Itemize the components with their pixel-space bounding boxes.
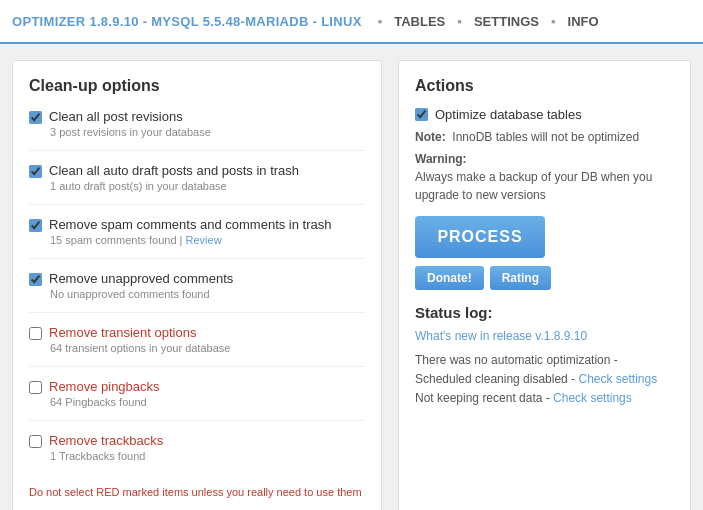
option-item-3: Remove spam comments and comments in tra…	[29, 217, 365, 259]
whats-new-link[interactable]: What's new in release v.1.8.9.10	[415, 329, 674, 343]
actions-title: Actions	[415, 77, 674, 95]
app-title: OPTIMIZER 1.8.9.10 - MYSQL 5.5.48-MARIAD…	[12, 14, 372, 29]
option-label-2[interactable]: Clean all auto draft posts and posts in …	[49, 163, 299, 178]
process-button[interactable]: PROCESS	[415, 216, 545, 258]
option-desc-4: No unapproved comments found	[50, 288, 365, 300]
option-checkbox-1[interactable]	[29, 111, 42, 124]
warning-block: Warning: Always make a backup of your DB…	[415, 150, 674, 204]
option-desc-3: 15 spam comments found | Review	[50, 234, 365, 246]
cleanup-title: Clean-up options	[29, 77, 365, 95]
nav-item-settings[interactable]: SETTINGS	[468, 14, 545, 29]
options-container: Clean all post revisions3 post revisions…	[29, 109, 365, 474]
nav-item-tables[interactable]: TABLES	[388, 14, 451, 29]
note-text: Note: InnoDB tables will not be optimize…	[415, 130, 674, 144]
option-checkbox-5[interactable]	[29, 327, 42, 340]
nav-sep-1: ▪	[372, 14, 389, 29]
option-label-6[interactable]: Remove pingbacks	[49, 379, 160, 394]
option-checkbox-7[interactable]	[29, 435, 42, 448]
option-row-2: Clean all auto draft posts and posts in …	[29, 163, 365, 178]
check-settings-link-1[interactable]: Check settings	[578, 372, 657, 386]
option-item-1: Clean all post revisions3 post revisions…	[29, 109, 365, 151]
option-checkbox-4[interactable]	[29, 273, 42, 286]
nav-sep-2: ▪	[451, 14, 468, 29]
option-label-3[interactable]: Remove spam comments and comments in tra…	[49, 217, 332, 232]
nav-sep-3: ▪	[545, 14, 562, 29]
main-content: Clean-up options Clean all post revision…	[0, 44, 703, 510]
option-desc-6: 64 Pingbacks found	[50, 396, 365, 408]
option-row-6: Remove pingbacks	[29, 379, 365, 394]
option-row-3: Remove spam comments and comments in tra…	[29, 217, 365, 232]
option-checkbox-6[interactable]	[29, 381, 42, 394]
warning-label: Warning:	[415, 152, 467, 166]
option-desc-1: 3 post revisions in your database	[50, 126, 365, 138]
option-item-6: Remove pingbacks64 Pingbacks found	[29, 379, 365, 421]
nav-item-info[interactable]: INFO	[562, 14, 605, 29]
right-panel: Actions Optimize database tables Note: I…	[398, 60, 691, 510]
option-item-5: Remove transient options64 transient opt…	[29, 325, 365, 367]
option-desc-7: 1 Trackbacks found	[50, 450, 365, 462]
option-label-7[interactable]: Remove trackbacks	[49, 433, 163, 448]
donate-button[interactable]: Donate!	[415, 266, 484, 290]
option-checkbox-3[interactable]	[29, 219, 42, 232]
option-row-7: Remove trackbacks	[29, 433, 365, 448]
left-panel: Clean-up options Clean all post revision…	[12, 60, 382, 510]
status-line3: Not keeping recent data -	[415, 391, 550, 405]
option-desc-2: 1 auto draft post(s) in your database	[50, 180, 365, 192]
red-warning-text: Do not select RED marked items unless yo…	[29, 486, 365, 498]
option-item-2: Clean all auto draft posts and posts in …	[29, 163, 365, 205]
option-checkbox-2[interactable]	[29, 165, 42, 178]
option-row-5: Remove transient options	[29, 325, 365, 340]
optimize-checkbox[interactable]	[415, 108, 428, 121]
warning-value: Always make a backup of your DB when you…	[415, 170, 652, 202]
optimize-row: Optimize database tables	[415, 107, 674, 122]
rating-button[interactable]: Rating	[490, 266, 551, 290]
option-label-4[interactable]: Remove unapproved comments	[49, 271, 233, 286]
option-row-4: Remove unapproved comments	[29, 271, 365, 286]
optimize-label[interactable]: Optimize database tables	[435, 107, 582, 122]
status-line1: There was no automatic optimization -	[415, 353, 618, 367]
option-item-4: Remove unapproved commentsNo unapproved …	[29, 271, 365, 313]
status-line2: Scheduled cleaning disabled -	[415, 372, 575, 386]
check-settings-link-2[interactable]: Check settings	[553, 391, 632, 405]
option-label-5[interactable]: Remove transient options	[49, 325, 196, 340]
option-row-1: Clean all post revisions	[29, 109, 365, 124]
status-title: Status log:	[415, 304, 674, 321]
status-log-text: There was no automatic optimization - Sc…	[415, 351, 674, 409]
note-value: InnoDB tables will not be optimized	[452, 130, 639, 144]
option-desc-link-3[interactable]: Review	[186, 234, 222, 246]
option-label-1[interactable]: Clean all post revisions	[49, 109, 183, 124]
option-desc-5: 64 transient options in your database	[50, 342, 365, 354]
top-nav: OPTIMIZER 1.8.9.10 - MYSQL 5.5.48-MARIAD…	[0, 0, 703, 44]
small-buttons-row: Donate! Rating	[415, 266, 674, 290]
option-item-7: Remove trackbacks1 Trackbacks found	[29, 433, 365, 474]
note-label: Note:	[415, 130, 446, 144]
